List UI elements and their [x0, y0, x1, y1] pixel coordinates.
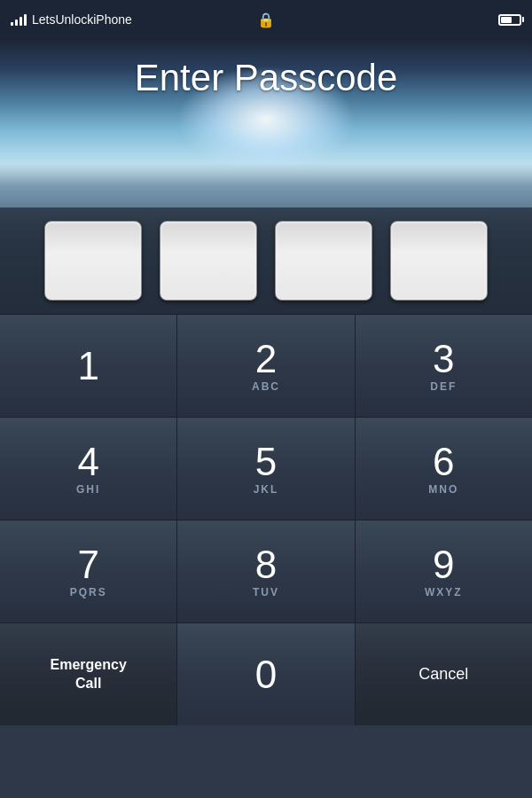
- keypad-row-4: EmergencyCall 0 Cancel: [0, 622, 532, 725]
- key-7[interactable]: 7 PQRS: [0, 520, 177, 622]
- signal-bars-icon: [11, 13, 27, 26]
- key-6[interactable]: 6 MNO: [356, 418, 532, 520]
- carrier-name: LetsUnlockiPhone: [32, 12, 132, 27]
- key-5[interactable]: 5 JKL: [177, 418, 355, 520]
- status-right: [498, 14, 521, 26]
- passcode-box-1: [44, 221, 142, 301]
- status-left: LetsUnlockiPhone: [11, 12, 132, 27]
- passcode-title-text: Enter Passcode: [135, 57, 398, 98]
- cancel-button[interactable]: Cancel: [356, 623, 532, 725]
- key-9[interactable]: 9 WXYZ: [356, 520, 532, 622]
- emergency-call-label: EmergencyCall: [51, 656, 127, 693]
- keypad: 1 2 ABC 3 DEF 4 GHI 5 JKL 6 MNO 7 PQRS: [0, 314, 532, 798]
- keypad-row-3: 7 PQRS 8 TUV 9 WXYZ: [0, 520, 532, 622]
- passcode-box-2: [160, 221, 257, 301]
- status-bar: LetsUnlockiPhone 🔒: [0, 0, 532, 39]
- battery-icon: [498, 14, 521, 26]
- key-0[interactable]: 0: [177, 623, 355, 725]
- key-3[interactable]: 3 DEF: [356, 315, 532, 417]
- key-8[interactable]: 8 TUV: [177, 520, 355, 622]
- passcode-boxes-area: [0, 207, 532, 314]
- keypad-row-1: 1 2 ABC 3 DEF: [0, 314, 532, 417]
- top-section: Enter Passcode: [0, 39, 532, 314]
- cancel-label: Cancel: [419, 665, 468, 684]
- passcode-box-4: [390, 221, 488, 301]
- keypad-row-2: 4 GHI 5 JKL 6 MNO: [0, 417, 532, 520]
- passcode-box-3: [275, 221, 372, 301]
- passcode-title-area: Enter Passcode: [0, 39, 532, 99]
- key-4[interactable]: 4 GHI: [0, 418, 177, 520]
- key-1[interactable]: 1: [0, 315, 177, 417]
- lock-icon: 🔒: [257, 12, 275, 28]
- key-2[interactable]: 2 ABC: [177, 315, 355, 417]
- emergency-call-button[interactable]: EmergencyCall: [0, 623, 177, 725]
